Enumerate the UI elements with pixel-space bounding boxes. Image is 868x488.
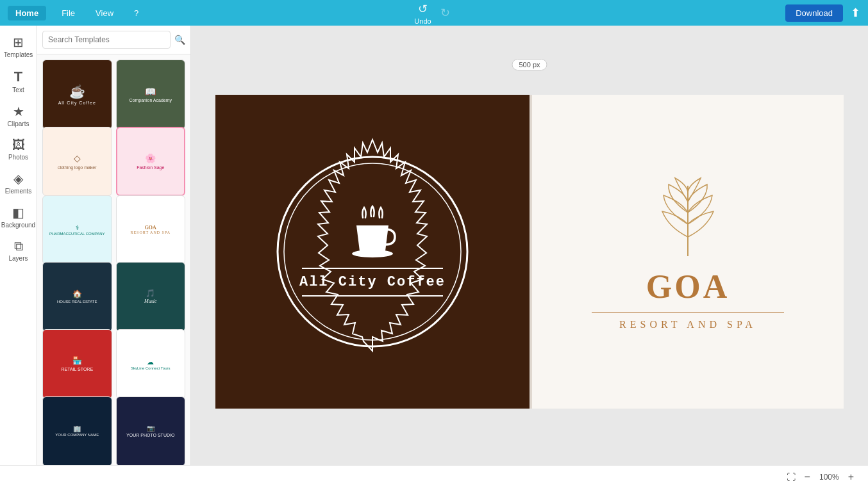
sidebar-item-photos[interactable]: 🖼 Photos	[3, 134, 35, 165]
fullscreen-button[interactable]: ⛶	[787, 472, 796, 482]
sidebar-item-photos-label: Photos	[8, 154, 28, 161]
file-menu[interactable]: File	[56, 6, 80, 20]
coffee-line-bottom	[302, 295, 443, 297]
template-thumb-photo[interactable]: 📷 YOUR PHOTO STUDIO	[116, 396, 186, 465]
sidebar-item-templates[interactable]: ⊞ Templates	[3, 31, 35, 62]
template-thumb-coffee[interactable]: ☕ All City Coffee	[42, 60, 112, 129]
sidebar-item-background-label: Background	[1, 222, 35, 229]
zoom-level: 100%	[819, 473, 839, 482]
sidebar-item-text[interactable]: T Text	[3, 65, 35, 97]
goa-leaf-svg	[649, 173, 726, 263]
sidebar-item-elements[interactable]: ◈ Elements	[3, 167, 35, 199]
sidebar-item-elements-label: Elements	[5, 188, 32, 195]
redo-button[interactable]: ↻	[437, 4, 454, 21]
px-label-top: 500 px	[512, 59, 547, 70]
sidebar-item-templates-label: Templates	[4, 51, 33, 58]
goa-title: GOA	[646, 268, 730, 305]
zoom-controls: ⛶ − 100% +	[787, 470, 858, 484]
coffee-cup-svg	[344, 205, 401, 263]
templates-grid: ☕ All City Coffee 📖 Companion Academy ◇ …	[37, 54, 190, 465]
sidebar-item-layers[interactable]: ⧉ Layers	[3, 235, 35, 266]
canvas-area: 500 px 500 px	[191, 26, 868, 465]
template-thumb-realestate[interactable]: 🏠 HOUSE REAL ESTATE	[42, 262, 112, 332]
text-icon: T	[14, 69, 22, 85]
background-icon: ◧	[12, 205, 24, 220]
coffee-badge: All City Coffee	[257, 136, 488, 367]
template-thumb-retail[interactable]: 🏪 RETAIL STORE	[42, 329, 112, 399]
goa-divider	[592, 312, 784, 313]
zoom-in-button[interactable]: +	[844, 470, 858, 484]
zoom-out-button[interactable]: −	[801, 470, 814, 484]
view-menu[interactable]: View	[90, 6, 119, 20]
elements-icon: ◈	[13, 171, 23, 186]
goa-subtitle: RESORT AND SPA	[619, 319, 756, 330]
share-button[interactable]: ⬆	[851, 6, 860, 20]
template-thumb-academy[interactable]: 📖 Companion Academy	[116, 60, 186, 129]
help-button[interactable]: ?	[129, 6, 144, 20]
sidebar-item-layers-label: Layers	[8, 255, 28, 262]
sidebar-item-cliparts[interactable]: ★ Cliparts	[3, 100, 35, 131]
svg-point-2	[352, 250, 393, 257]
topbar-right: Download ⬆	[785, 4, 860, 22]
canvas-wrapper: All City Coffee	[215, 95, 844, 409]
template-thumb-goa[interactable]: GOA RESORT AND SPA	[116, 195, 186, 265]
template-thumb-fashion[interactable]: 🌸 Fashion Sage	[116, 127, 186, 197]
layers-icon: ⧉	[14, 239, 23, 254]
photos-icon: 🖼	[12, 138, 25, 152]
coffee-line-top	[302, 268, 443, 269]
coffee-brand-title: All City Coffee	[299, 274, 446, 290]
coffee-inner: All City Coffee	[299, 205, 446, 299]
undo-label: Undo	[414, 17, 431, 25]
topbar: Home File View ? ↺ Undo ↻ Download ⬆	[0, 0, 868, 26]
search-button[interactable]: 🔍	[174, 35, 185, 45]
undo-redo-group: ↺ Undo ↻	[414, 1, 454, 25]
cliparts-icon: ★	[13, 104, 24, 119]
template-thumb-skyline[interactable]: ☁ SkyLine Connect Tours	[116, 329, 186, 399]
canvas-left[interactable]: All City Coffee	[215, 95, 530, 409]
search-bar: 🔍	[37, 26, 190, 54]
template-thumb-music[interactable]: 🎵 Music	[116, 262, 186, 332]
download-button[interactable]: Download	[785, 4, 843, 22]
sidebar-item-background[interactable]: ◧ Background	[3, 201, 35, 232]
undo-button[interactable]: ↺	[414, 1, 431, 17]
main-area: ⊞ Templates T Text ★ Cliparts 🖼 Photos ◈…	[0, 26, 868, 465]
bottom-bar: ⛶ − 100% +	[0, 465, 868, 488]
template-thumb-company[interactable]: 🏢 YOUR COMPANY NAME	[42, 396, 112, 465]
template-thumb-clothing[interactable]: ◇ clothing logo maker	[42, 127, 112, 197]
canvas-right[interactable]: GOA RESORT AND SPA	[530, 95, 844, 409]
home-button[interactable]: Home	[8, 6, 46, 20]
sidebar-item-text-label: Text	[12, 86, 24, 94]
template-thumb-pharma[interactable]: ⚕ PHARMACEUTICAL COMPANY	[42, 195, 112, 265]
templates-icon: ⊞	[13, 35, 24, 50]
search-input[interactable]	[42, 31, 171, 49]
sidebar-icons: ⊞ Templates T Text ★ Cliparts 🖼 Photos ◈…	[0, 26, 37, 465]
templates-panel: 🔍 ☕ All City Coffee 📖 Companion Academy	[37, 26, 191, 465]
sidebar-item-cliparts-label: Cliparts	[8, 120, 29, 127]
